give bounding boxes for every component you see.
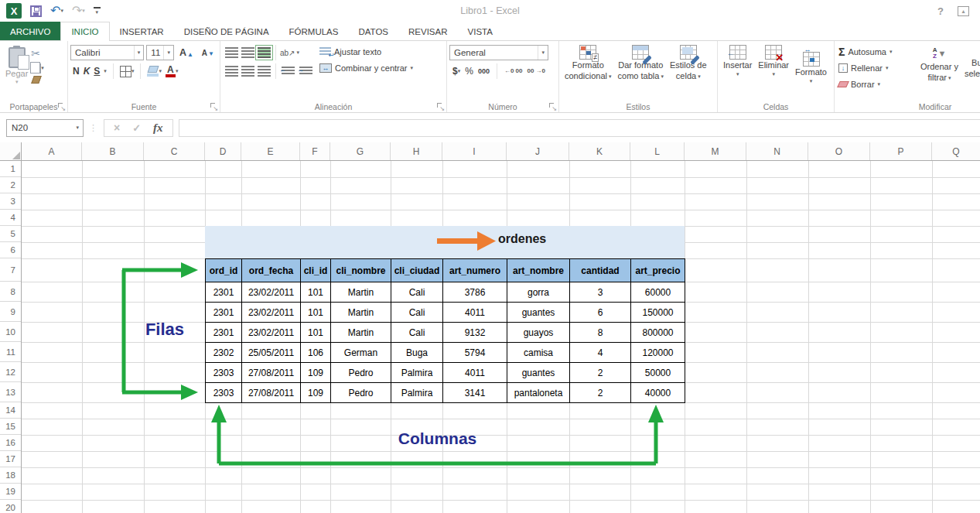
dialog-launcher-icon[interactable] bbox=[549, 103, 556, 110]
cell[interactable]: 101 bbox=[301, 303, 331, 323]
save-icon[interactable] bbox=[30, 5, 42, 17]
row-header[interactable]: 1 bbox=[0, 161, 21, 177]
cell[interactable]: gorra bbox=[507, 282, 570, 303]
orientation-button[interactable]: ab↗ bbox=[280, 49, 295, 57]
row-header[interactable]: 18 bbox=[0, 467, 21, 484]
cell[interactable]: 27/08/2011 bbox=[242, 383, 301, 403]
cell[interactable]: 3 bbox=[570, 282, 631, 303]
header-cell[interactable]: cli_ciudad bbox=[391, 259, 443, 282]
align-center-button[interactable] bbox=[241, 66, 254, 77]
formula-bar-handle[interactable]: ⋮ bbox=[89, 123, 98, 133]
increase-decimal-button[interactable]: ←0 00 bbox=[504, 68, 523, 74]
tab-vista[interactable]: VISTA bbox=[458, 22, 503, 41]
row-header[interactable]: 8 bbox=[0, 282, 21, 302]
wrap-text-button[interactable]: Ajustar texto bbox=[319, 43, 444, 60]
cell[interactable]: 23/02/2011 bbox=[242, 282, 301, 303]
row-header[interactable]: 16 bbox=[0, 435, 21, 451]
cell[interactable]: 2301 bbox=[206, 282, 242, 303]
align-middle-button[interactable] bbox=[241, 47, 254, 58]
header-cell[interactable]: art_precio bbox=[631, 259, 685, 282]
cell[interactable]: 2303 bbox=[206, 363, 242, 383]
column-header[interactable]: O bbox=[808, 142, 870, 160]
cell[interactable]: 27/08/2011 bbox=[242, 363, 301, 383]
cell[interactable]: 5794 bbox=[443, 343, 507, 363]
row-header[interactable]: 5 bbox=[0, 226, 21, 242]
header-cell[interactable]: art_numero bbox=[443, 259, 507, 282]
row-header[interactable]: 6 bbox=[0, 242, 21, 258]
select-all-corner[interactable] bbox=[0, 142, 22, 160]
bold-button[interactable]: N bbox=[73, 66, 80, 77]
confirm-entry-icon[interactable]: ✓ bbox=[132, 122, 141, 134]
cell[interactable]: 106 bbox=[301, 343, 331, 363]
tab-diseno-de-pagina[interactable]: DISEÑO DE PÁGINA bbox=[174, 22, 279, 41]
row-header[interactable]: 4 bbox=[0, 210, 21, 226]
cell[interactable]: 25/05/2011 bbox=[242, 343, 301, 363]
cell[interactable]: 4011 bbox=[443, 363, 507, 383]
align-bottom-button[interactable] bbox=[258, 47, 271, 58]
align-left-button[interactable] bbox=[225, 66, 238, 77]
header-cell[interactable]: ord_fecha bbox=[242, 259, 301, 282]
columns-annotation-label[interactable]: Columnas bbox=[362, 429, 513, 448]
cell[interactable]: camisa bbox=[507, 343, 570, 363]
column-header[interactable]: I bbox=[442, 142, 507, 160]
redo-button[interactable]: ↷▾ bbox=[72, 5, 85, 16]
cell[interactable]: 109 bbox=[301, 363, 331, 383]
rows-annotation-label[interactable]: Filas bbox=[126, 320, 203, 340]
column-header[interactable]: H bbox=[391, 142, 442, 160]
font-size-select[interactable]: 11 ▾ bbox=[146, 45, 174, 60]
cell[interactable]: 50000 bbox=[631, 363, 685, 383]
column-header[interactable]: K bbox=[569, 142, 630, 160]
cell[interactable]: Pedro bbox=[331, 363, 391, 383]
insert-cells-button[interactable]: ← Insertar ▾ bbox=[720, 43, 755, 99]
row-header[interactable]: 3 bbox=[0, 193, 21, 210]
align-top-button[interactable] bbox=[225, 47, 238, 58]
merge-center-button[interactable]: ↔ Combinar y centrar ▾ bbox=[319, 60, 444, 76]
tab-revisar[interactable]: REVISAR bbox=[398, 22, 458, 41]
cell[interactable]: Cali bbox=[391, 303, 443, 323]
dialog-launcher-icon[interactable] bbox=[437, 103, 444, 110]
cut-button[interactable]: ✂ bbox=[31, 47, 44, 60]
column-header[interactable]: C bbox=[144, 142, 205, 160]
cell[interactable]: Martin bbox=[331, 303, 391, 323]
formula-input[interactable] bbox=[179, 119, 980, 137]
font-name-select[interactable]: Calibri ▾ bbox=[70, 45, 144, 60]
cell[interactable]: 3141 bbox=[443, 383, 507, 403]
column-header[interactable]: G bbox=[330, 142, 391, 160]
cell[interactable]: 60000 bbox=[631, 282, 685, 303]
row-header[interactable]: 20 bbox=[0, 500, 21, 513]
cell[interactable]: guantes bbox=[507, 363, 570, 383]
header-cell[interactable]: cantidad bbox=[570, 259, 631, 282]
cell[interactable]: 101 bbox=[301, 323, 331, 343]
currency-format-button[interactable]: $▾ bbox=[452, 66, 460, 77]
sort-filter-button[interactable]: AZ▼ Ordenar y filtrar▾ bbox=[917, 43, 961, 99]
customize-qat-button[interactable]: ▾ bbox=[94, 7, 101, 15]
column-header[interactable]: E bbox=[241, 142, 300, 160]
header-cell[interactable]: cli_nombre bbox=[331, 259, 391, 282]
align-right-button[interactable] bbox=[258, 66, 271, 77]
name-box[interactable]: N20 ▾ bbox=[6, 119, 84, 137]
decrease-decimal-button[interactable]: 00 →0 bbox=[527, 68, 545, 74]
font-color-button[interactable]: A▾ bbox=[166, 66, 179, 77]
conditional-format-button[interactable]: ≠ Formato condicional▾ bbox=[562, 43, 615, 99]
header-cell[interactable]: art_nombre bbox=[507, 259, 570, 282]
row-header[interactable]: 13 bbox=[0, 382, 21, 402]
cell[interactable]: 3786 bbox=[443, 282, 507, 303]
cell[interactable]: 2301 bbox=[206, 303, 242, 323]
tab-insertar[interactable]: INSERTAR bbox=[110, 22, 174, 41]
delete-cells-button[interactable]: ✕ Eliminar ▾ bbox=[755, 43, 792, 99]
cell[interactable]: Palmira bbox=[391, 363, 443, 383]
row-header[interactable]: 17 bbox=[0, 451, 21, 467]
increase-font-button[interactable]: A▲ bbox=[176, 46, 196, 59]
row-header[interactable]: 19 bbox=[0, 484, 21, 500]
tab-datos[interactable]: DATOS bbox=[348, 22, 398, 41]
decrease-font-button[interactable]: A▼ bbox=[199, 48, 217, 58]
cell[interactable]: Cali bbox=[391, 282, 443, 303]
cancel-entry-icon[interactable]: × bbox=[114, 121, 120, 134]
row-header[interactable]: 15 bbox=[0, 419, 21, 435]
column-header[interactable]: B bbox=[82, 142, 144, 160]
cell[interactable]: Martin bbox=[331, 282, 391, 303]
row-header[interactable]: 12 bbox=[0, 362, 21, 382]
row-header[interactable]: 10 bbox=[0, 322, 21, 342]
cell[interactable]: 2 bbox=[570, 363, 631, 383]
row-header[interactable]: 11 bbox=[0, 342, 21, 362]
